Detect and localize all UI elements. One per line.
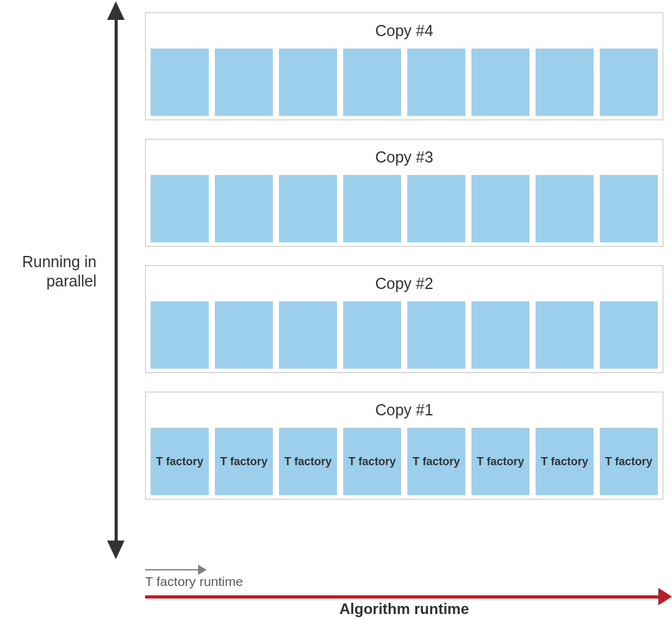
t-factory-block — [600, 301, 658, 369]
copies-container: Copy #4 Copy #3 Copy #2 — [145, 12, 663, 499]
t-factory-block — [279, 301, 337, 369]
t-factory-block — [407, 301, 465, 369]
copy-title: Copy #4 — [146, 13, 663, 49]
t-factory-runtime-arrow-right-icon — [198, 565, 207, 575]
t-factory-block — [279, 49, 337, 116]
t-factory-block: T factory — [471, 428, 529, 495]
copy-row: Copy #4 — [145, 12, 663, 120]
t-factory-block — [215, 49, 273, 116]
t-factory-block: T factory — [600, 428, 658, 495]
t-factory-block: T factory — [151, 428, 209, 495]
t-factory-runtime-label: T factory runtime — [145, 574, 243, 589]
t-factory-block — [471, 301, 529, 369]
copy-row: Copy #2 — [145, 265, 663, 373]
vertical-axis-line — [115, 12, 118, 548]
t-factory-block — [471, 49, 529, 116]
t-factory-block — [600, 49, 658, 116]
t-factory-block — [343, 301, 401, 369]
vertical-arrow-down-icon — [107, 541, 125, 559]
t-factory-block — [215, 175, 273, 242]
t-factory-block — [343, 175, 401, 242]
t-factory-block: T factory — [343, 428, 401, 495]
vertical-axis-label: Running in parallel — [0, 252, 97, 291]
blocks-strip — [146, 175, 663, 242]
t-factory-block — [407, 49, 465, 116]
t-factory-block — [600, 175, 658, 242]
copy-title: Copy #2 — [146, 266, 663, 301]
copy-title: Copy #3 — [146, 139, 663, 175]
t-factory-block: T factory — [215, 428, 273, 495]
t-factory-block — [407, 175, 465, 242]
blocks-strip: T factory T factory T factory T factory … — [146, 428, 663, 495]
horizontal-axis-line — [145, 595, 663, 598]
copy-row: Copy #3 — [145, 139, 663, 247]
blocks-strip — [146, 49, 663, 116]
copy-title: Copy #1 — [146, 392, 663, 428]
blocks-strip — [146, 301, 663, 369]
t-factory-block: T factory — [536, 428, 594, 495]
t-factory-block — [151, 301, 209, 369]
horizontal-axis-label: Algorithm runtime — [145, 600, 663, 618]
t-factory-block — [536, 49, 594, 116]
t-factory-block — [471, 175, 529, 242]
t-factory-block — [343, 49, 401, 116]
t-factory-block — [215, 301, 273, 369]
t-factory-block — [536, 301, 594, 369]
copy-row: Copy #1 T factory T factory T factory T … — [145, 392, 663, 499]
t-factory-block — [151, 175, 209, 242]
t-factory-block — [151, 49, 209, 116]
t-factory-runtime-arrow-line — [145, 569, 199, 570]
t-factory-block — [279, 175, 337, 242]
t-factory-block: T factory — [407, 428, 465, 495]
t-factory-block — [536, 175, 594, 242]
t-factory-block: T factory — [279, 428, 337, 495]
